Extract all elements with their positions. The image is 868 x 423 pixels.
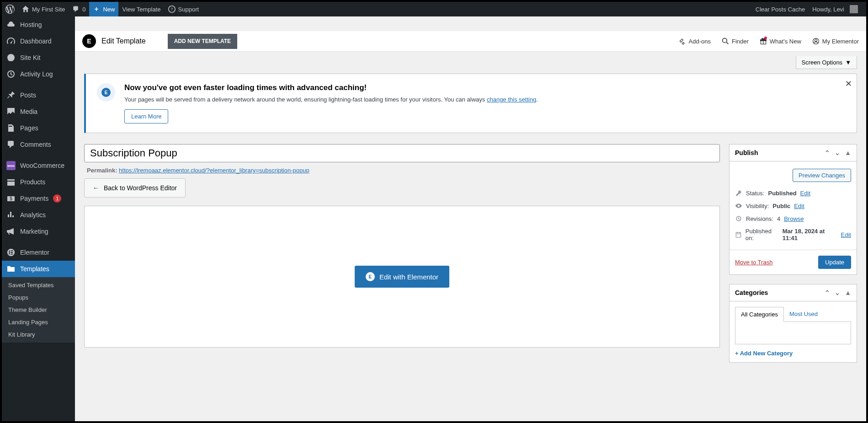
chevron-up-icon[interactable]: ⌃ <box>825 149 830 156</box>
elementor-logo: E <box>82 34 96 48</box>
submenu-saved-templates[interactable]: Saved Templates <box>2 279 75 291</box>
whats-new-link[interactable]: What's New <box>760 37 801 45</box>
view-template-link[interactable]: View Template <box>118 2 164 16</box>
revisions-icon <box>735 215 742 222</box>
menu-dashboard[interactable]: Dashboard <box>2 33 75 49</box>
caret-up-icon[interactable]: ▲ <box>845 289 851 296</box>
comments-link[interactable]: 0 <box>69 2 89 16</box>
menu-products[interactable]: Products <box>2 174 75 190</box>
submenu-popups[interactable]: Popups <box>2 291 75 304</box>
editor-area: EEdit with Elementor <box>84 206 720 348</box>
svg-rect-7 <box>11 252 13 253</box>
svg-point-9 <box>723 38 727 43</box>
avatar <box>850 5 858 13</box>
notice-icon: E <box>97 83 115 102</box>
submenu-landing-pages[interactable]: Landing Pages <box>2 316 75 328</box>
calendar-icon <box>735 231 742 238</box>
menu-pages[interactable]: Pages <box>2 120 75 136</box>
close-icon[interactable]: ✕ <box>845 79 852 89</box>
new-link[interactable]: New <box>89 2 118 16</box>
tab-all-categories[interactable]: All Categories <box>735 307 784 322</box>
move-to-trash-link[interactable]: Move to Trash <box>735 259 772 266</box>
menu-activitylog[interactable]: Activity Log <box>2 66 75 82</box>
support-link[interactable]: ?Support <box>165 2 203 16</box>
addons-link[interactable]: Add-ons <box>679 37 711 45</box>
back-to-wp-editor-button[interactable]: ←Back to WordPress Editor <box>84 178 186 198</box>
menu-media[interactable]: Media <box>2 103 75 120</box>
caret-up-icon[interactable]: ▲ <box>845 149 851 156</box>
menu-templates[interactable]: Templates <box>2 261 75 277</box>
update-button[interactable]: Update <box>818 256 851 269</box>
menu-woocommerce[interactable]: wooWooCommerce <box>2 157 75 174</box>
pages-icon <box>6 123 16 133</box>
categories-heading: Categories <box>735 289 768 296</box>
arrow-left-icon: ← <box>93 184 99 192</box>
tab-most-used[interactable]: Most Used <box>784 307 823 322</box>
add-new-template-button[interactable]: ADD NEW TEMPLATE <box>168 34 237 49</box>
submenu-kit-library[interactable]: Kit Library <box>2 328 75 341</box>
permalink-label: Permalink: <box>87 167 117 174</box>
dashboard-icon <box>6 37 16 46</box>
edit-published-link[interactable]: Edit <box>841 231 851 238</box>
admin-sidebar: Hosting Dashboard Site Kit Activity Log … <box>2 16 75 421</box>
home-icon <box>22 5 29 13</box>
menu-elementor[interactable]: Elementor <box>2 244 75 261</box>
edit-visibility-link[interactable]: Edit <box>794 203 804 209</box>
sitekit-icon <box>6 53 16 62</box>
templates-submenu: Saved Templates Popups Theme Builder Lan… <box>2 277 75 343</box>
edit-with-elementor-button[interactable]: EEdit with Elementor <box>355 266 449 288</box>
permalink-url[interactable]: https://lremoaaz.elementor.cloud/?elemen… <box>119 167 309 174</box>
menu-sitekit[interactable]: Site Kit <box>2 49 75 66</box>
submenu-theme-builder[interactable]: Theme Builder <box>2 304 75 316</box>
page-header: E Edit Template ADD NEW TEMPLATE Add-ons… <box>75 31 866 52</box>
my-elementor-link[interactable]: My Elementor <box>812 37 859 45</box>
pin-icon <box>6 91 16 100</box>
products-icon <box>6 177 16 187</box>
main-content: E Edit Template ADD NEW TEMPLATE Add-ons… <box>75 16 866 381</box>
learn-more-button[interactable]: Learn More <box>124 109 168 123</box>
payments-badge: 1 <box>53 194 61 203</box>
help-icon: ? <box>168 5 176 13</box>
menu-hosting[interactable]: Hosting <box>2 16 75 33</box>
howdy-link[interactable]: Howdy, Levi <box>809 2 862 16</box>
edit-status-link[interactable]: Edit <box>800 190 810 197</box>
megaphone-icon <box>6 227 16 236</box>
menu-marketing[interactable]: Marketing <box>2 223 75 240</box>
eye-icon <box>735 202 742 209</box>
finder-link[interactable]: Finder <box>722 37 749 45</box>
chevron-up-icon[interactable]: ⌃ <box>825 289 830 296</box>
categories-list <box>735 321 851 344</box>
menu-posts[interactable]: Posts <box>2 87 75 103</box>
comments-count: 0 <box>82 6 85 13</box>
clock-icon <box>6 70 16 79</box>
key-icon <box>735 189 742 197</box>
site-name-link[interactable]: My First Site <box>18 2 69 16</box>
template-title-input[interactable] <box>84 144 720 162</box>
search-icon <box>722 37 729 45</box>
payments-icon: $ <box>6 194 16 203</box>
svg-text:?: ? <box>170 7 173 11</box>
menu-comments[interactable]: Comments <box>2 136 75 153</box>
menu-payments[interactable]: $Payments1 <box>2 190 75 207</box>
chevron-down-icon[interactable]: ⌄ <box>835 149 840 156</box>
screen-options-button[interactable]: Screen Options ▼ <box>796 56 857 69</box>
notice-body: Your pages will be served from a deliver… <box>124 96 538 103</box>
comments-icon <box>6 140 16 149</box>
change-setting-link[interactable]: change this setting <box>487 96 536 103</box>
preview-changes-button[interactable]: Preview Changes <box>793 169 851 182</box>
clear-cache-link[interactable]: Clear Posts Cache <box>752 2 809 16</box>
notification-dot <box>764 37 767 39</box>
chevron-down-icon[interactable]: ⌄ <box>835 289 840 296</box>
browse-revisions-link[interactable]: Browse <box>784 215 804 222</box>
publish-heading: Publish <box>735 149 758 156</box>
menu-analytics[interactable]: Analytics <box>2 207 75 223</box>
admin-bar: My First Site 0 New View Template ?Suppo… <box>2 2 866 16</box>
svg-rect-6 <box>11 251 13 252</box>
plugin-icon <box>679 37 686 45</box>
media-icon <box>6 107 16 116</box>
cloud-icon <box>6 20 16 29</box>
permalink-row: Permalink: https://lremoaaz.elementor.cl… <box>84 162 720 178</box>
wp-logo[interactable] <box>2 2 18 16</box>
elementor-icon <box>6 248 16 257</box>
add-new-category-link[interactable]: + Add New Category <box>735 344 793 357</box>
